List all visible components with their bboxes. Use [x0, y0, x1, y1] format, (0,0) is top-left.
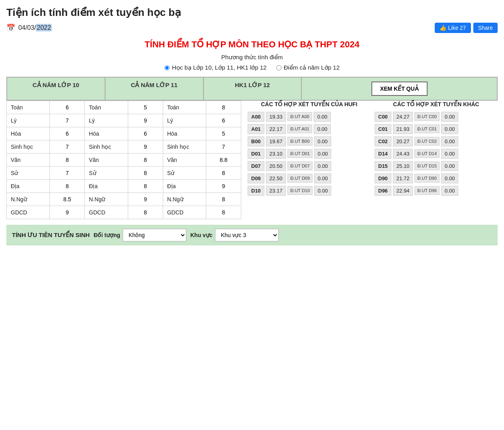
other-result-row: C02 20.27 Đ.UT C02 0.00 [375, 136, 498, 146]
score-hk1-1[interactable] [206, 114, 241, 127]
score-lop10-8[interactable] [50, 206, 85, 219]
table-row: GDCD GDCD GDCD [7, 206, 241, 219]
score-lop10-3[interactable] [50, 140, 85, 154]
score-input-lop10-7[interactable] [59, 196, 76, 202]
score-input-hk1-5[interactable] [215, 170, 232, 176]
khu-vuc-select[interactable]: Khu vực 1Khu vực 2Khu vực 2-NTKhu vực 3 [215, 229, 279, 241]
score-input-hk1-7[interactable] [215, 196, 232, 202]
score-lop11-5[interactable] [128, 167, 163, 180]
table-row: Toán Toán Toán [7, 101, 241, 114]
tab-hk1[interactable]: HK1 LỚP 12 [203, 77, 302, 100]
other-result-row: D96 22.94 Đ.UT D96 0.00 [375, 186, 498, 196]
score-input-lop10-0[interactable] [59, 104, 76, 111]
score-input-lop10-2[interactable] [59, 130, 76, 137]
dut-val-A00: 0.00 [314, 112, 331, 122]
share-button[interactable]: Share [473, 23, 498, 33]
other-result-row: C01 21.93 Đ.UT C01 0.00 [375, 124, 498, 134]
like-button[interactable]: 👍 Like 27 [435, 23, 471, 33]
score-lop10-7[interactable] [50, 193, 85, 206]
subject-lop10-6: Địa [7, 180, 50, 193]
radio-option-2[interactable]: Điểm cả năm Lớp 12 [276, 64, 340, 71]
score-hk1-8[interactable] [206, 206, 241, 219]
score-hk1-4[interactable] [206, 154, 241, 167]
score-input-lop11-2[interactable] [137, 130, 154, 137]
score-lop11-3[interactable] [128, 140, 163, 154]
score-hk1-0[interactable] [206, 101, 241, 114]
results-columns: CÁC TỔ HỢP XÉT TUYỂN CỦA HUFI A00 19.33 … [248, 101, 498, 198]
score-input-lop10-1[interactable] [59, 117, 76, 124]
content-area: Toán Toán Toán Lý Lý Lý Hóa Hóa Hóa Sinh… [6, 101, 498, 219]
date-box: 📅 04/03/2022 [6, 23, 52, 32]
score-D01: 23.10 [266, 149, 286, 159]
score-lop11-6[interactable] [128, 180, 163, 193]
doi-tuong-field: Đối tượng KhôngKV1KV2KV3 [94, 229, 186, 241]
score-lop10-0[interactable] [50, 101, 85, 114]
score-input-hk1-8[interactable] [215, 209, 232, 216]
score-A01: 22.17 [266, 124, 286, 134]
hufi-result-row: D01 23.10 Đ.UT D01 0.00 [248, 149, 371, 159]
tab-lop10[interactable]: CẢ NĂM LỚP 10 [7, 77, 105, 100]
score-lop10-4[interactable] [50, 154, 85, 167]
score-input-hk1-3[interactable] [215, 144, 232, 150]
score-D07: 20.50 [266, 161, 286, 171]
score-lop11-8[interactable] [128, 206, 163, 219]
tab-lop11[interactable]: CẢ NĂM LỚP 11 [105, 77, 203, 100]
score-hk1-2[interactable] [206, 127, 241, 140]
radio-input-2[interactable] [276, 65, 281, 70]
dut-val-D90: 0.00 [441, 173, 458, 183]
subject-lop11-0: Toán [85, 101, 128, 114]
score-input-lop11-6[interactable] [137, 183, 154, 189]
score-hk1-5[interactable] [206, 167, 241, 180]
subject-lop11-1: Lý [85, 114, 128, 127]
score-hk1-7[interactable] [206, 193, 241, 206]
score-input-lop11-5[interactable] [137, 170, 154, 176]
score-input-hk1-2[interactable] [215, 130, 232, 137]
score-input-lop10-5[interactable] [59, 170, 76, 176]
score-input-lop11-8[interactable] [137, 209, 154, 216]
other-result-row: D90 21.72 Đ.UT D90 0.00 [375, 173, 498, 183]
score-input-lop10-6[interactable] [59, 183, 76, 189]
dut-val-D01: 0.00 [314, 149, 331, 159]
results-section: CÁC TỔ HỢP XÉT TUYỂN CỦA HUFI A00 19.33 … [248, 101, 498, 219]
radio-option-1[interactable]: Học bạ Lớp 10, Lớp 11, HK1 lớp 12 [164, 64, 267, 71]
hufi-title: CÁC TỔ HỢP XÉT TUYỂN CỦA HUFI [248, 101, 371, 109]
score-lop11-0[interactable] [128, 101, 163, 114]
main-heading: TÍNH ĐIỂM TỔ HỢP MÔN THEO HỌC BẠ THPT 20… [6, 39, 498, 50]
score-lop10-5[interactable] [50, 167, 85, 180]
score-input-lop10-4[interactable] [59, 157, 76, 163]
score-input-hk1-4[interactable] [215, 157, 232, 163]
score-lop11-7[interactable] [128, 193, 163, 206]
score-input-lop11-1[interactable] [137, 117, 154, 124]
score-input-lop11-0[interactable] [137, 104, 154, 111]
subject-lop10-5: Sử [7, 167, 50, 180]
subject-hk1-3: Sinh học [163, 140, 206, 154]
score-lop10-6[interactable] [50, 180, 85, 193]
hufi-result-row: D10 23.17 Đ.UT D10 0.00 [248, 186, 371, 196]
score-hk1-6[interactable] [206, 180, 241, 193]
score-input-hk1-0[interactable] [215, 104, 232, 111]
view-result-button[interactable]: XEM KẾT QUẢ [371, 82, 428, 96]
subject-lop11-2: Hóa [85, 127, 128, 140]
score-input-lop11-3[interactable] [137, 144, 154, 150]
subject-hk1-0: Toán [163, 101, 206, 114]
score-input-lop10-8[interactable] [59, 209, 76, 216]
dut-val-D96: 0.00 [441, 186, 458, 196]
subtitle: Phương thức tính điểm [6, 54, 498, 61]
score-A00: 19.33 [266, 112, 286, 122]
hufi-results-list: A00 19.33 Đ.UT A00 0.00 A01 22.17 Đ.UT A… [248, 112, 371, 196]
score-lop10-1[interactable] [50, 114, 85, 127]
score-lop11-1[interactable] [128, 114, 163, 127]
score-input-hk1-1[interactable] [215, 117, 232, 124]
score-input-lop11-7[interactable] [137, 196, 154, 202]
score-input-lop11-4[interactable] [137, 157, 154, 163]
score-lop10-2[interactable] [50, 127, 85, 140]
subject-hk1-5: Sử [163, 167, 206, 180]
score-hk1-3[interactable] [206, 140, 241, 154]
score-input-hk1-6[interactable] [215, 183, 232, 189]
doi-tuong-select[interactable]: KhôngKV1KV2KV3 [123, 229, 186, 241]
score-lop11-2[interactable] [128, 127, 163, 140]
radio-input-1[interactable] [164, 65, 170, 70]
score-lop11-4[interactable] [128, 154, 163, 167]
score-input-lop10-3[interactable] [59, 144, 76, 150]
hufi-result-row: A01 22.17 Đ.UT A01 0.00 [248, 124, 371, 134]
